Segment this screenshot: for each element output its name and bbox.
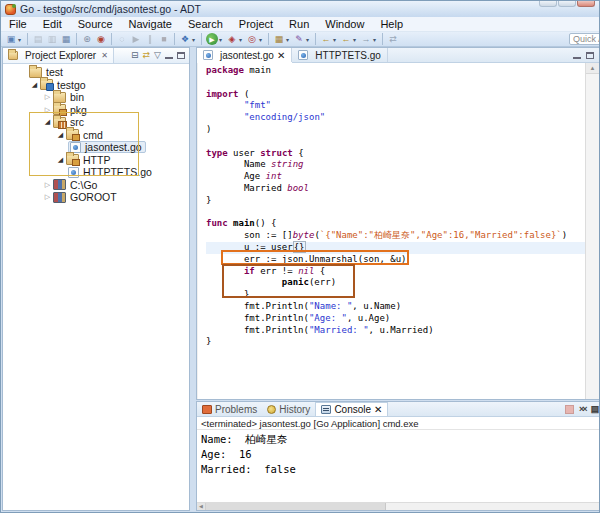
new-wizard-dropdown-icon[interactable]: ▾ [18, 36, 24, 43]
last-edit-location-dropdown-icon[interactable]: ▾ [373, 36, 379, 43]
console-tab-history[interactable]: History [262, 402, 315, 416]
quick-access-input[interactable]: Quick Access [569, 33, 600, 45]
code-line: import ( [206, 89, 585, 101]
menu-help[interactable]: Help [372, 17, 411, 31]
close-tab-icon[interactable]: ✕ [277, 50, 285, 61]
collapse-all-icon[interactable]: ⊟ [131, 51, 139, 60]
project-explorer-panel: Project Explorer ✕ ⊟ ⇄ ▽ test◢testgo▷bin… [2, 47, 190, 511]
save-all-icon: ▥ [45, 33, 59, 46]
minimize-editor-icon[interactable] [573, 52, 581, 59]
project-explorer-header: Project Explorer ✕ ⊟ ⇄ ▽ [3, 48, 189, 64]
debug-dropdown-icon[interactable]: ▾ [192, 36, 198, 43]
tree-item-test[interactable]: test [3, 66, 189, 79]
tree-item-testgo[interactable]: ◢testgo [3, 79, 189, 92]
tree-item-bin[interactable]: ▷bin [3, 91, 189, 104]
editor-tab-httptets-go[interactable]: HTTPTETS.go [292, 48, 388, 62]
resume-icon: ▶ [129, 33, 143, 46]
collapse-arrow-icon[interactable]: ▷ [42, 106, 53, 114]
folder-icon [53, 92, 66, 103]
expand-arrow-icon[interactable]: ◢ [55, 156, 66, 164]
project-explorer-tab[interactable]: Project Explorer ✕ [3, 48, 114, 63]
code-line: } [206, 336, 585, 348]
tree-item-goroot[interactable]: ▷GOROOT [3, 191, 189, 204]
maximize-view-icon[interactable] [177, 52, 185, 59]
menu-window[interactable]: Window [317, 17, 372, 31]
tree-item-label: HTTPTETS.go [83, 166, 152, 178]
menu-source[interactable]: Source [70, 17, 121, 31]
tree-item-jasontest-go[interactable]: jasontest.go [3, 141, 189, 154]
minimize-view-icon[interactable] [165, 52, 173, 59]
minimize-button[interactable] [539, 1, 557, 7]
scroll-up-arrow-icon[interactable]: ▲ [586, 63, 599, 74]
code-line: fmt.Println("Married: ", u.Married) [206, 325, 585, 337]
view-menu-icon[interactable]: ▽ [154, 51, 161, 60]
console-tab-label: Problems [215, 404, 257, 415]
profile-icon[interactable]: ◎ [245, 33, 259, 46]
pin-console-icon[interactable]: ▤ [590, 404, 597, 414]
collapse-arrow-icon[interactable]: ▷ [42, 181, 53, 189]
tree-item-c-go[interactable]: ▷C:\Go [3, 179, 189, 192]
console-icon [321, 405, 331, 414]
menu-run[interactable]: Run [281, 17, 317, 31]
back-icon[interactable]: ← [319, 33, 333, 46]
close-view-icon[interactable]: ✕ [101, 51, 108, 60]
menu-project[interactable]: Project [231, 17, 281, 31]
debug-icon[interactable]: ❖ [178, 33, 192, 46]
tree-item-httptets-go[interactable]: HTTPTETS.go [3, 166, 189, 179]
last-edit-location-icon[interactable]: → [359, 33, 373, 46]
maximize-editor-icon[interactable] [586, 52, 594, 59]
tree-item-pkg[interactable]: ▷pkg [3, 104, 189, 117]
coverage-icon[interactable]: ◈ [225, 33, 239, 46]
pkgfolder-icon [53, 104, 66, 115]
editor-tabbar: jasontest.go✕HTTPTETS.go [197, 48, 599, 63]
editor-tab-label: HTTPTETS.go [315, 50, 381, 61]
print-icon[interactable]: ▦ [59, 33, 73, 46]
open-element-icon[interactable]: ✎ [292, 33, 306, 46]
problems-icon [202, 405, 212, 414]
menu-navigate[interactable]: Navigate [121, 17, 180, 31]
close-button[interactable] [577, 1, 595, 7]
tree-item-label: bin [70, 91, 84, 103]
collapse-arrow-icon[interactable]: ▷ [42, 93, 53, 101]
toolbar-separator [111, 33, 112, 45]
run-icon[interactable]: ▶ [206, 33, 218, 45]
tree-item-label: testgo [57, 79, 86, 91]
maximize-button[interactable] [558, 1, 576, 7]
code-line: panic(err) [206, 277, 585, 289]
open-element-dropdown-icon[interactable]: ▾ [306, 36, 312, 43]
editor-tab-jasontest-go[interactable]: jasontest.go✕ [197, 48, 292, 62]
build-all-icon[interactable]: ⊛ [80, 33, 94, 46]
collapse-arrow-icon[interactable]: ▷ [42, 193, 53, 201]
expand-arrow-icon[interactable]: ◢ [55, 131, 66, 139]
new-wizard-icon[interactable]: ▣ [4, 33, 18, 46]
console-tab-problems[interactable]: Problems [197, 402, 262, 416]
scrollbar-thumb[interactable] [206, 503, 386, 510]
console-tab-console[interactable]: Console✕ [315, 402, 388, 416]
link-with-editor-icon[interactable]: ⇄ [143, 51, 151, 60]
menu-file[interactable]: File [1, 17, 35, 31]
editor-vertical-scrollbar[interactable]: ▲ [585, 63, 599, 399]
new-go-element-icon[interactable]: ▦ [272, 33, 286, 46]
menu-edit[interactable]: Edit [35, 17, 70, 31]
expand-arrow-icon[interactable]: ◢ [42, 118, 53, 126]
tree-item-label: test [46, 66, 63, 78]
console-line: Age: 16 [201, 447, 595, 462]
expand-arrow-icon[interactable]: ◢ [29, 81, 40, 89]
code-editor[interactable]: package main import ( "fmt" "encoding/js… [197, 63, 585, 399]
remove-all-terminated-icon[interactable]: ×× [579, 404, 586, 414]
tree-item-http[interactable]: ◢HTTP [3, 154, 189, 167]
menu-search[interactable]: Search [180, 17, 231, 31]
run-last-launched-icon[interactable]: ◉ [94, 33, 108, 46]
console-horizontal-scrollbar[interactable]: ◀ [197, 502, 599, 510]
console-tab-label: History [279, 404, 310, 415]
scroll-left-arrow-icon[interactable]: ◀ [197, 503, 206, 510]
close-tab-icon[interactable]: ✕ [374, 404, 382, 415]
tree-item-cmd[interactable]: ◢cmd [3, 129, 189, 142]
link-with-editor-icon[interactable]: ⇄ [386, 33, 400, 46]
code-line: son := []byte(`{"Name":"柏崎星奈","Age":16,"… [206, 230, 585, 242]
project-explorer-toolbar: ⊟ ⇄ ▽ [131, 51, 189, 60]
tree-item-src[interactable]: ◢src [3, 116, 189, 129]
profile-dropdown-icon[interactable]: ▾ [259, 36, 265, 43]
terminate-icon [565, 405, 574, 414]
forward-icon[interactable]: ← [339, 33, 353, 46]
